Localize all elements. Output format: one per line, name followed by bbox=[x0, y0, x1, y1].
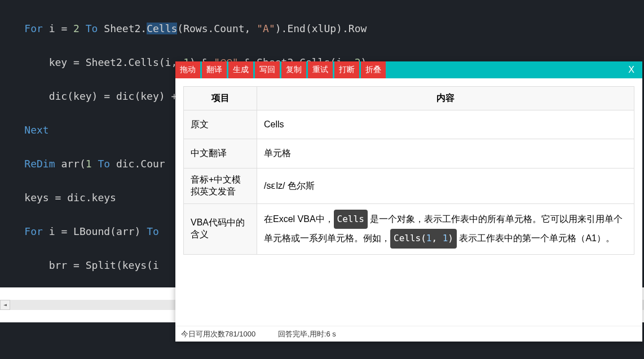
th-item: 项目 bbox=[184, 87, 257, 110]
popup-toolbar: 拖动 翻译 生成 写回 复制 重试 打断 折叠 X bbox=[175, 61, 642, 78]
copy-button[interactable]: 复制 bbox=[281, 61, 306, 78]
scroll-left-arrow[interactable]: ◄ bbox=[0, 300, 10, 310]
selected-text: Cells bbox=[147, 23, 177, 34]
translation-popup: 拖动 翻译 生成 写回 复制 重试 打断 折叠 X 项目 内容 原文 Cells… bbox=[175, 61, 642, 342]
quota-text: 今日可用次数781/1000 bbox=[181, 329, 255, 339]
writeback-button[interactable]: 写回 bbox=[255, 61, 280, 78]
code-chip-cells: Cells bbox=[334, 210, 368, 229]
status-text: 回答完毕,用时:6 s bbox=[278, 329, 336, 339]
popup-footer: 今日可用次数781/1000 回答完毕,用时:6 s bbox=[175, 326, 642, 342]
row-phonetic-label: 音标+中文模拟英文发音 bbox=[184, 168, 257, 203]
row-translation-value: 单元格 bbox=[257, 139, 634, 168]
interrupt-button[interactable]: 打断 bbox=[334, 61, 359, 78]
retry-button[interactable]: 重试 bbox=[308, 61, 333, 78]
row-translation-label: 中文翻译 bbox=[184, 139, 257, 168]
row-meaning-value: 在Excel VBA中，Cells 是一个对象，表示工作表中的所有单元格。它可以… bbox=[257, 203, 634, 254]
close-button[interactable]: X bbox=[620, 61, 642, 78]
popup-content: 项目 内容 原文 Cells 中文翻译 单元格 音标+中文模拟英文发音 /sɛl… bbox=[175, 78, 642, 326]
info-table: 项目 内容 原文 Cells 中文翻译 单元格 音标+中文模拟英文发音 /sɛl… bbox=[183, 86, 634, 255]
generate-button[interactable]: 生成 bbox=[228, 61, 253, 78]
row-phonetic-value: /sɛlz/ 色尔斯 bbox=[257, 168, 634, 203]
row-meaning-label: VBA代码中的含义 bbox=[184, 203, 257, 254]
row-original-label: 原文 bbox=[184, 110, 257, 139]
collapse-button[interactable]: 折叠 bbox=[361, 61, 386, 78]
th-content: 内容 bbox=[257, 87, 634, 110]
translate-button[interactable]: 翻译 bbox=[202, 61, 227, 78]
row-original-value: Cells bbox=[257, 110, 634, 139]
code-chip-cells11: Cells(1, 1) bbox=[390, 229, 457, 248]
drag-button[interactable]: 拖动 bbox=[175, 61, 200, 78]
